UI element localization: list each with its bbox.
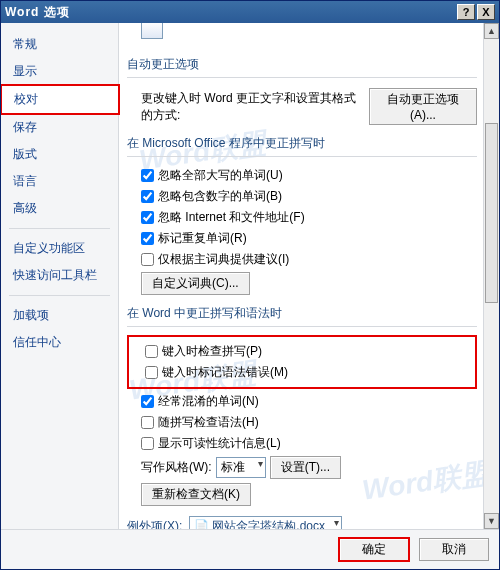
sidebar-item-addins[interactable]: 加载项 — [1, 302, 118, 329]
chk-check-spelling-typing[interactable] — [145, 345, 158, 358]
sidebar-item-general[interactable]: 常规 — [1, 31, 118, 58]
lbl-mark-grammar-typing: 键入时标记语法错误(M) — [162, 364, 288, 381]
custom-dictionaries-button[interactable]: 自定义词典(C)... — [141, 272, 250, 295]
writing-style-select[interactable]: 标准 — [216, 457, 266, 478]
sidebar-item-layout[interactable]: 版式 — [1, 141, 118, 168]
sidebar-separator — [9, 295, 110, 296]
chk-flag-repeated[interactable] — [141, 232, 154, 245]
lbl-readability-stats: 显示可读性统计信息(L) — [158, 435, 281, 452]
recheck-document-button[interactable]: 重新检查文档(K) — [141, 483, 251, 506]
chk-mark-grammar-typing[interactable] — [145, 366, 158, 379]
main-panel: Word联盟 Word联盟 Word联盟 自动更正选项 更改键入时 Word 更… — [119, 23, 499, 529]
titlebar: Word 选项 ? X — [1, 1, 499, 23]
chk-ignore-uppercase[interactable] — [141, 169, 154, 182]
section-mso-heading: 在 Microsoft Office 程序中更正拼写时 — [127, 127, 477, 157]
section-wordspell-heading: 在 Word 中更正拼写和语法时 — [127, 297, 477, 327]
section-exceptions-heading: 例外项(X): 📄 网站金字塔结构.docx — [127, 508, 477, 529]
window-title: Word 选项 — [5, 4, 455, 21]
chk-ignore-internet[interactable] — [141, 211, 154, 224]
close-button[interactable]: X — [477, 4, 495, 20]
lbl-grammar-with-spelling: 随拼写检查语法(H) — [158, 414, 259, 431]
chk-confused-words[interactable] — [141, 395, 154, 408]
chk-readability-stats[interactable] — [141, 437, 154, 450]
scroll-up-arrow[interactable]: ▲ — [484, 23, 499, 39]
category-sidebar: 常规 显示 校对 保存 版式 语言 高级 自定义功能区 快速访问工具栏 加载项 … — [1, 23, 119, 529]
lbl-main-dict-only: 仅根据主词典提供建议(I) — [158, 251, 289, 268]
autocorrect-options-button[interactable]: 自动更正选项(A)... — [369, 88, 477, 125]
sidebar-item-display[interactable]: 显示 — [1, 58, 118, 85]
writing-style-settings-button[interactable]: 设置(T)... — [270, 456, 341, 479]
sidebar-item-language[interactable]: 语言 — [1, 168, 118, 195]
paste-options-icon — [141, 23, 163, 39]
sidebar-item-proofing[interactable]: 校对 — [1, 85, 119, 114]
lbl-ignore-numbers: 忽略包含数字的单词(B) — [158, 188, 282, 205]
ok-button[interactable]: 确定 — [339, 538, 409, 561]
sidebar-item-customize-ribbon[interactable]: 自定义功能区 — [1, 235, 118, 262]
section-autocorrect-heading: 自动更正选项 — [127, 48, 477, 78]
highlight-group-spellcheck: 键入时检查拼写(P) 键入时标记语法错误(M) — [127, 335, 477, 389]
vertical-scrollbar[interactable]: ▲ ▼ — [483, 23, 499, 529]
exceptions-doc-select[interactable]: 📄 网站金字塔结构.docx — [189, 516, 342, 529]
chk-main-dict-only[interactable] — [141, 253, 154, 266]
chk-grammar-with-spelling[interactable] — [141, 416, 154, 429]
writing-style-label: 写作风格(W): — [141, 459, 212, 476]
help-button[interactable]: ? — [457, 4, 475, 20]
sidebar-item-save[interactable]: 保存 — [1, 114, 118, 141]
sidebar-item-trust-center[interactable]: 信任中心 — [1, 329, 118, 356]
lbl-ignore-uppercase: 忽略全部大写的单词(U) — [158, 167, 283, 184]
lbl-confused-words: 经常混淆的单词(N) — [158, 393, 259, 410]
sidebar-separator — [9, 228, 110, 229]
chk-ignore-numbers[interactable] — [141, 190, 154, 203]
dialog-footer: 确定 取消 — [1, 529, 499, 569]
cancel-button[interactable]: 取消 — [419, 538, 489, 561]
scroll-down-arrow[interactable]: ▼ — [484, 513, 499, 529]
lbl-flag-repeated: 标记重复单词(R) — [158, 230, 247, 247]
sidebar-item-quick-access[interactable]: 快速访问工具栏 — [1, 262, 118, 289]
lbl-ignore-internet: 忽略 Internet 和文件地址(F) — [158, 209, 305, 226]
exceptions-label: 例外项(X): — [127, 519, 182, 529]
sidebar-item-advanced[interactable]: 高级 — [1, 195, 118, 222]
word-options-dialog: Word 选项 ? X 常规 显示 校对 保存 版式 语言 高级 自定义功能区 … — [0, 0, 500, 570]
lbl-check-spelling-typing: 键入时检查拼写(P) — [162, 343, 262, 360]
scroll-thumb[interactable] — [485, 123, 498, 303]
autocorrect-desc: 更改键入时 Word 更正文字和设置其格式的方式: — [141, 90, 365, 124]
